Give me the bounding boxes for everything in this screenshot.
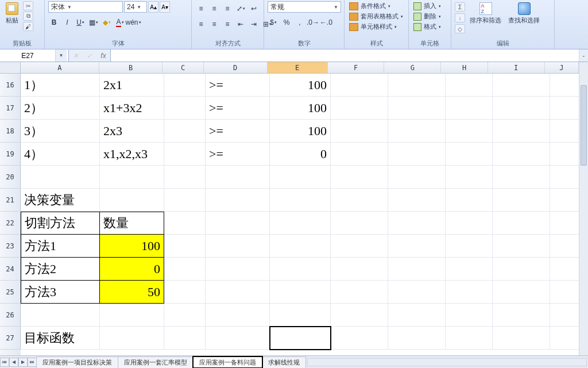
cell-I18[interactable] [493,120,550,143]
column-header-D[interactable]: D [204,62,268,73]
cell-C22[interactable] [164,212,206,235]
row-header-27[interactable]: 27 [0,327,21,350]
cell-B26[interactable] [100,304,164,327]
sheet-tab-3[interactable]: 求解线性规 [262,356,306,368]
cell-D23[interactable] [206,235,270,258]
font-name-combo[interactable]: 宋体▼ [48,1,123,13]
name-box[interactable]: ▼ [0,49,69,62]
percent-button[interactable]: % [281,17,292,28]
align-center-button[interactable]: ≡ [208,18,220,30]
cell-styles-button[interactable]: 单元格样式▾ [348,22,398,32]
bold-button[interactable]: B [48,17,60,28]
cell-I27[interactable] [493,327,550,350]
cell-D26[interactable] [206,304,270,327]
cell-I24[interactable] [493,258,550,281]
vertical-scrollbar[interactable] [579,62,588,355]
formula-input[interactable] [111,49,579,62]
insert-cells-button[interactable]: 插入▾ [412,1,442,11]
cell-G25[interactable] [388,281,446,304]
fill-color-button[interactable]: ◆▾ [101,17,113,28]
cell-G22[interactable] [388,212,446,235]
cell-C26[interactable] [164,304,206,327]
cell-F20[interactable] [331,166,388,189]
phonetic-button[interactable]: wén▾ [127,17,139,28]
cell-F18[interactable] [331,120,388,143]
column-header-I[interactable]: I [488,62,545,73]
cell-G23[interactable] [388,235,446,258]
tab-nav-last[interactable]: ⏭ [28,358,37,367]
cell-E22[interactable] [270,212,331,235]
cell-F26[interactable] [331,304,388,327]
cut-button[interactable]: ✂ [23,1,33,10]
cell-E24[interactable] [270,258,331,281]
cell-F27[interactable] [331,327,388,350]
cell-B17[interactable]: x1+3x2 [100,97,164,120]
cell-A27[interactable]: 目标函数 [21,327,100,350]
italic-button[interactable]: I [61,17,73,28]
row-header-24[interactable]: 24 [0,258,21,281]
row-header-16[interactable]: 16 [0,74,21,97]
cell-D19[interactable]: >= [206,143,270,166]
cell-E26[interactable] [270,304,331,327]
cell-C19[interactable] [164,143,206,166]
cell-F17[interactable] [331,97,388,120]
cell-B18[interactable]: 2x3 [100,120,164,143]
row-header-26[interactable]: 26 [0,304,21,327]
cell-A21[interactable]: 决策变量 [21,189,100,212]
cell-G16[interactable] [388,74,446,97]
find-select-button[interactable]: 查找和选择 [506,1,542,26]
cell-E20[interactable] [270,166,331,189]
decrease-indent-button[interactable]: ⇤ [235,18,246,30]
cell-I19[interactable] [493,143,550,166]
cell-F23[interactable] [331,235,388,258]
cell-H21[interactable] [446,189,493,212]
cell-F22[interactable] [331,212,388,235]
number-format-combo[interactable]: 常规▼ [268,1,341,13]
row-header-19[interactable]: 19 [0,143,21,166]
row-header-18[interactable]: 18 [0,120,21,143]
decrease-decimal-button[interactable]: ←.0 [320,17,332,28]
cell-H22[interactable] [446,212,493,235]
row-header-25[interactable]: 25 [0,281,21,304]
cell-F16[interactable] [331,74,388,97]
cell-F24[interactable] [331,258,388,281]
cell-H27[interactable] [446,327,493,350]
row-header-23[interactable]: 23 [0,235,21,258]
format-painter-button[interactable]: 🖌 [23,22,33,31]
cell-A22[interactable]: 切割方法 [21,212,100,235]
grow-font-button[interactable]: A▴ [148,1,158,13]
clear-button[interactable]: ◇ [455,24,465,33]
cell-H25[interactable] [446,281,493,304]
increase-decimal-button[interactable]: .0→ [307,17,319,28]
cell-H26[interactable] [446,304,493,327]
cell-B27[interactable] [100,327,164,350]
sheet-tab-2[interactable]: 应用案例一备料问题 [193,356,262,368]
cell-H18[interactable] [446,120,493,143]
row-header-17[interactable]: 17 [0,97,21,120]
align-middle-button[interactable]: ≡ [208,3,220,14]
cell-H24[interactable] [446,258,493,281]
cell-D27[interactable] [206,327,270,350]
cell-I17[interactable] [493,97,550,120]
sheet-tab-0[interactable]: 应用案例一项目投标决策 [36,356,118,368]
cell-D20[interactable] [206,166,270,189]
cell-G21[interactable] [388,189,446,212]
cell-F21[interactable] [331,189,388,212]
cell-G18[interactable] [388,120,446,143]
tab-nav-prev[interactable]: ◀ [9,358,18,367]
enter-fx-button[interactable]: ✓ [83,49,96,62]
orientation-button[interactable]: ⤢▾ [235,3,246,14]
cell-E19[interactable]: 0 [270,143,331,166]
cell-B25[interactable]: 50 [100,281,164,304]
cell-C18[interactable] [164,120,206,143]
cell-F19[interactable] [331,143,388,166]
cell-I22[interactable] [493,212,550,235]
currency-button[interactable]: $▾ [268,17,279,28]
column-header-A[interactable]: A [21,62,99,73]
cell-G20[interactable] [388,166,446,189]
cell-A17[interactable]: 2） [21,97,100,120]
sort-filter-button[interactable]: 排序和筛选 [467,1,504,26]
cell-B23[interactable]: 100 [100,235,164,258]
comma-button[interactable]: , [294,17,305,28]
cell-I26[interactable] [493,304,550,327]
